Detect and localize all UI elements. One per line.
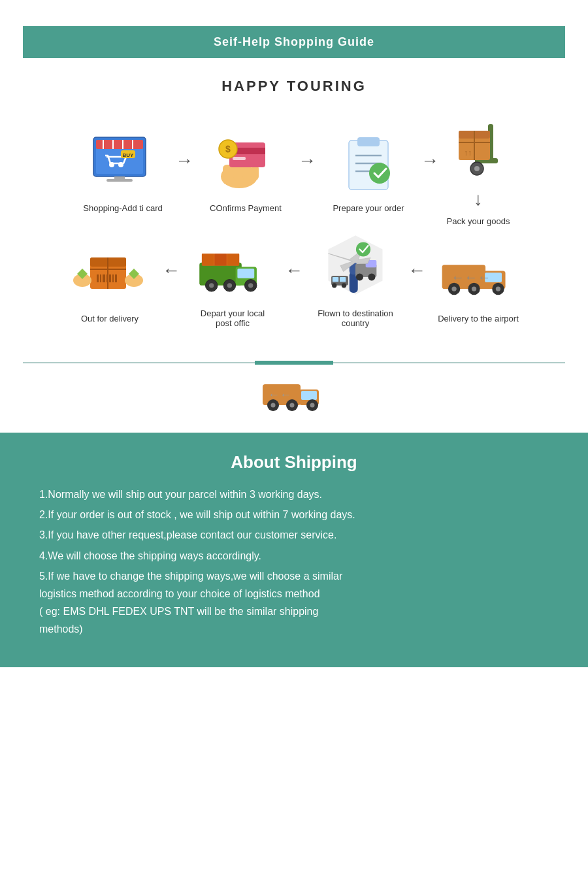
svg-rect-76 (340, 277, 346, 282)
flow-section: BUY Shopping-Add ti card → (0, 108, 588, 348)
shipping-section: About Shipping 1.Normally we will ship o… (0, 433, 588, 667)
step-prepare: Prepare your order (316, 127, 421, 213)
arrow-5: ← (162, 260, 180, 281)
step-payment-icon: $ (206, 127, 285, 199)
svg-point-84 (451, 286, 456, 291)
step-out-delivery-icon (71, 238, 149, 310)
svg-rect-45 (106, 274, 108, 282)
svg-point-72 (368, 273, 375, 280)
step-flown-label: Flown to destination country (318, 308, 393, 328)
svg-rect-55 (237, 269, 254, 278)
svg-point-61 (209, 283, 214, 288)
svg-rect-58 (214, 254, 226, 265)
step-depart-label: Depart your local post offic (201, 308, 265, 328)
svg-rect-43 (100, 274, 101, 282)
svg-text:↑↑: ↑↑ (464, 148, 472, 157)
svg-point-98 (310, 403, 315, 408)
shipping-item-5: 5.If we have to change the shipping ways… (39, 567, 549, 638)
svg-point-73 (356, 242, 370, 256)
header-bar: Seif-Help Shopping Guide (23, 26, 565, 58)
step-pack-label: Pack your goods (447, 216, 510, 226)
svg-rect-46 (109, 274, 111, 282)
shipping-title: About Shipping (39, 452, 549, 472)
svg-text:←←: ←← (268, 388, 291, 401)
step-out-delivery-label: Out for delivery (81, 314, 139, 323)
header-title: Seif-Help Shopping Guide (214, 35, 374, 48)
svg-text:←←←: ←←← (451, 270, 491, 284)
svg-rect-48 (115, 274, 117, 282)
step-pack-icon: ↑↑ (439, 114, 517, 186)
svg-rect-44 (103, 274, 105, 282)
step-prepare-label: Prepare your order (333, 203, 404, 213)
main-title: HAPPY TOURING (0, 78, 588, 95)
arrow-6: ← (285, 260, 303, 281)
svg-rect-91 (301, 391, 317, 400)
step-shopping-icon: BUY (84, 127, 162, 199)
flow-row-1: BUY Shopping-Add ti card → (23, 114, 565, 226)
step-prepare-icon (329, 127, 408, 199)
step-shopping-label: Shopping-Add ti card (83, 203, 162, 213)
shipping-item-3: 3.If you have other request,please conta… (39, 526, 549, 544)
svg-rect-24 (357, 137, 380, 146)
step-depart: Depart your local post offic (180, 233, 285, 328)
step-flown-icon (316, 233, 395, 305)
svg-rect-53 (199, 263, 242, 286)
svg-point-71 (356, 273, 363, 280)
flow-row-2-wrapper: Out for delivery ← (23, 233, 565, 328)
step-airport-label: Delivery to the airport (438, 314, 519, 323)
svg-rect-20 (233, 157, 246, 160)
arrow-7: ← (408, 260, 426, 281)
step-flown: Flown to destination country (303, 233, 408, 328)
divider-line-right (333, 362, 565, 363)
arrow-3: → (421, 150, 439, 171)
step-payment-label: COnfirms Payment (210, 203, 282, 213)
svg-text:BUY: BUY (123, 152, 135, 158)
svg-point-96 (290, 403, 295, 408)
step-depart-icon (193, 233, 272, 305)
step-airport: ←←← Delivery to the airport (426, 238, 531, 323)
divider-line-left (23, 362, 255, 363)
svg-point-86 (472, 286, 476, 291)
step-payment: $ COnfirms Payment (193, 127, 298, 213)
svg-point-28 (369, 163, 390, 184)
arrow-2: → (298, 150, 316, 171)
arrow-down-4: ↓ (474, 189, 483, 210)
svg-point-63 (227, 283, 232, 288)
svg-rect-75 (333, 277, 338, 282)
step-pack: ↑↑ ↓ Pack your goods (439, 114, 517, 226)
svg-rect-47 (112, 274, 114, 282)
svg-point-32 (474, 166, 480, 171)
arrow-1: → (175, 150, 193, 171)
step-airport-icon: ←←← (439, 238, 517, 310)
shipping-item-1: 1.Normally we will ship out your parcel … (39, 486, 549, 503)
step-shopping: BUY Shopping-Add ti card (71, 127, 175, 213)
shipping-item-2: 2.If your order is out of stock , we wil… (39, 506, 549, 523)
divider (23, 361, 565, 365)
shipping-item-4: 4.We will choose the shipping ways accor… (39, 547, 549, 565)
svg-point-94 (271, 403, 276, 408)
svg-point-65 (248, 283, 253, 288)
svg-rect-57 (202, 254, 214, 265)
svg-text:$: $ (225, 144, 231, 154)
divider-accent (255, 361, 333, 365)
svg-point-88 (496, 286, 500, 291)
step-out-delivery: Out for delivery (57, 238, 162, 323)
svg-rect-14 (223, 165, 233, 184)
svg-rect-59 (227, 254, 239, 265)
svg-rect-12 (106, 179, 133, 182)
truck-center-icon: ←← (0, 371, 588, 420)
svg-point-77 (332, 283, 336, 288)
svg-rect-42 (97, 274, 99, 282)
svg-point-78 (342, 283, 346, 288)
